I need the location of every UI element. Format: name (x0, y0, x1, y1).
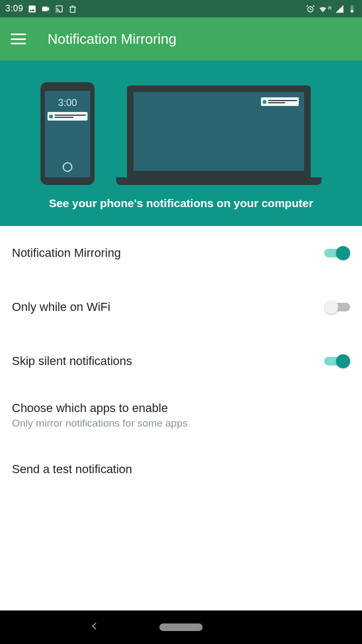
navigation-bar (0, 610, 362, 644)
picture-icon (28, 4, 37, 14)
toggle-skip-silent: Skip silent notifications (12, 334, 350, 388)
setting-subtitle: Only mirror notifications for some apps (12, 417, 339, 429)
back-button[interactable] (89, 621, 100, 634)
status-clock: 3:09 (5, 4, 23, 14)
battery-icon (347, 4, 357, 14)
signal-icon (335, 4, 344, 14)
video-icon (41, 4, 50, 14)
setting-title: Notification Mirroring (12, 246, 313, 260)
settings-list: Notification MirroringOnly while on WiFi… (0, 226, 362, 610)
wifi-icon (318, 4, 327, 14)
toggle-notification-mirroring: Notification Mirroring (12, 226, 350, 280)
home-pill[interactable] (159, 623, 203, 631)
setting-title: Only while on WiFi (12, 300, 313, 314)
toggle-skip-silent-switch[interactable] (324, 354, 350, 369)
phone-time: 3:00 (58, 97, 77, 109)
hero-illustration: 3:00 (11, 71, 351, 185)
menu-icon[interactable] (11, 34, 26, 44)
roaming-indicator: R (329, 5, 332, 11)
cast-icon (55, 4, 64, 14)
row-send-test[interactable]: Send a test notification (12, 442, 350, 496)
toggle-only-wifi: Only while on WiFi (12, 280, 350, 334)
laptop-graphic (116, 85, 321, 185)
alarm-icon (306, 4, 315, 14)
setting-title: Send a test notification (12, 462, 339, 476)
row-choose-apps[interactable]: Choose which apps to enableOnly mirror n… (12, 388, 350, 442)
phone-graphic: 3:00 (41, 82, 95, 185)
svg-rect-1 (351, 10, 353, 12)
delete-icon (68, 4, 77, 14)
page-title: Notification Mirroring (48, 31, 176, 48)
setting-title: Choose which apps to enable (12, 401, 339, 415)
setting-title: Skip silent notifications (12, 354, 313, 368)
toggle-notification-mirroring-switch[interactable] (324, 245, 350, 261)
phone-notification-graphic (48, 112, 88, 121)
laptop-notification-graphic (261, 97, 299, 106)
hero-subtitle: See your phone's notifications on your c… (11, 197, 351, 210)
phone-home-graphic (63, 162, 72, 172)
status-bar: 3:09 R (0, 0, 362, 17)
toggle-only-wifi-switch[interactable] (324, 300, 350, 315)
app-bar: Notification Mirroring (0, 17, 362, 61)
hero-banner: 3:00 See your phone's notifications o (0, 61, 362, 226)
